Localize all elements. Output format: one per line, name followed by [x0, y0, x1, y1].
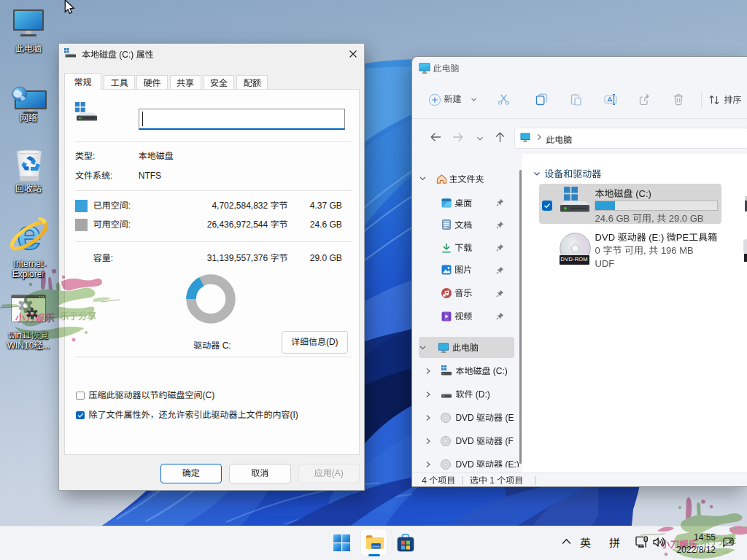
svg-text:乐于分享: 乐于分享	[60, 311, 97, 322]
svg-text:小刀娱乐: 小刀娱乐	[15, 313, 55, 324]
svg-text:小刀娱乐: 小刀娱乐	[660, 540, 698, 550]
svg-text:乐于分享: 乐于分享	[701, 537, 737, 547]
